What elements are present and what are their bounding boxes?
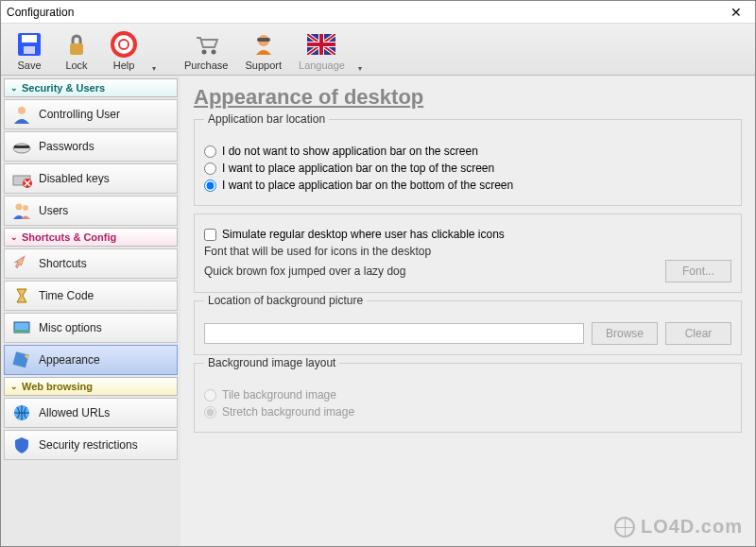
sidebar-item-label: Users [39,204,68,217]
titlebar: Configuration ✕ [1,1,755,24]
language-label: Language [299,60,345,71]
font-sample: Quick brown fox jumped over a lazy dog [204,265,405,278]
sidebar-item-security-restrictions[interactable]: Security restrictions [4,430,178,460]
background-legend: Location of background picture [204,294,367,307]
group-shortcuts-config[interactable]: ⌄Shortcuts & Config [4,228,178,247]
layout-legend: Background image layout [204,356,339,369]
window-title: Configuration [7,6,723,19]
password-icon [10,135,33,158]
help-icon [109,29,139,60]
help-dropdown-icon[interactable]: ▾ [148,51,160,73]
sidebar-item-disabled-keys[interactable]: Disabled keys [4,163,178,194]
background-path-input[interactable] [204,323,584,344]
support-button[interactable]: Support [237,27,289,73]
sidebar-item-label: Appearance [39,353,100,367]
sidebar-item-label: Disabled keys [39,172,110,185]
shield-icon [10,434,33,456]
language-dropdown-icon[interactable]: ▾ [354,51,366,73]
config-window: Configuration ✕ Save Lock Help ▾ Purchas… [0,0,756,547]
browse-button[interactable]: Browse [592,322,658,345]
svg-rect-24 [12,351,28,368]
svg-rect-14 [307,43,335,46]
sidebar-item-misc-options[interactable]: Misc options [4,313,178,343]
flag-icon [306,29,336,60]
sidebar-item-label: Shortcuts [39,257,87,270]
appbar-legend: Application bar location [204,112,329,126]
sidebar-item-label: Controlling User [39,108,120,121]
lock-label: Lock [65,60,87,71]
support-label: Support [245,60,282,71]
lock-button[interactable]: Lock [54,27,99,73]
sidebar-item-appearance[interactable]: Appearance [4,345,178,375]
body: ⌄Security & Users Controlling User Passw… [1,76,755,546]
purchase-label: Purchase [184,60,228,71]
appbar-option-bottom[interactable]: I want to place application bar on the b… [204,179,731,192]
svg-rect-3 [70,43,83,55]
sidebar-item-label: Allowed URLs [39,406,110,419]
sidebar-item-label: Passwords [39,140,94,153]
svg-point-6 [202,50,207,55]
appbar-option-top[interactable]: I want to place application bar on the t… [204,162,731,175]
svg-point-7 [212,50,216,55]
group-web-browsing[interactable]: ⌄Web browsing [4,377,178,396]
sidebar-item-passwords[interactable]: Passwords [4,131,178,162]
toolbar: Save Lock Help ▾ Purchase Support Langua… [1,24,755,76]
save-icon [14,29,44,60]
save-label: Save [17,60,41,71]
chevron-down-icon: ⌄ [10,382,18,391]
sidebar-item-allowed-urls[interactable]: Allowed URLs [4,398,178,428]
lock-icon [61,29,92,60]
watermark: LO4D.com [614,516,743,538]
font-button[interactable]: Font... [665,260,731,282]
appbar-option-none[interactable]: I do not want to show application bar on… [204,145,731,158]
chevron-down-icon: ⌄ [10,83,18,93]
svg-point-15 [18,107,26,114]
support-icon [249,29,279,60]
language-button[interactable]: Language [291,27,352,73]
sidebar-item-label: Time Code [39,289,94,302]
clear-button[interactable]: Clear [665,322,731,345]
group-security-users[interactable]: ⌄Security & Users [4,78,178,97]
purchase-button[interactable]: Purchase [177,27,235,73]
appearance-icon [10,349,33,371]
globe-icon [614,517,635,538]
desktop-fieldset: Simulate regular desktop where user has … [194,214,742,293]
svg-point-20 [16,204,23,211]
globe-icon [10,402,33,424]
help-label: Help [113,60,135,71]
cart-icon [191,29,221,60]
desktop-icon [10,316,33,339]
layout-option-tile: Tile background image [204,388,731,402]
svg-rect-1 [22,35,37,43]
chevron-down-icon: ⌄ [10,232,18,242]
appbar-fieldset: Application bar location I do not want t… [194,119,742,206]
close-icon[interactable]: ✕ [723,5,749,20]
layout-option-stretch: Stretch background image [204,405,731,419]
font-caption: Font that will be used for icons in the … [204,245,731,258]
users-icon [10,199,33,222]
layout-fieldset: Background image layout Tile background … [194,363,742,433]
sidebar: ⌄Security & Users Controlling User Passw… [1,76,180,546]
content-panel: Appearance of desktop Application bar lo… [180,76,755,546]
page-title: Appearance of desktop [194,85,742,110]
sidebar-item-label: Security restrictions [39,438,138,452]
sidebar-item-shortcuts[interactable]: Shortcuts [4,248,178,279]
background-fieldset: Location of background picture Browse Cl… [194,300,742,355]
pointer-icon [10,252,33,275]
keyboard-x-icon [10,167,33,190]
sidebar-item-users[interactable]: Users [4,196,178,226]
svg-rect-17 [14,145,29,148]
svg-point-5 [119,40,129,49]
user-icon [10,103,33,126]
simulate-desktop-checkbox[interactable]: Simulate regular desktop where user has … [204,228,731,241]
sidebar-item-label: Misc options [39,321,102,334]
svg-rect-2 [24,46,35,54]
sidebar-item-time-code[interactable]: Time Code [4,281,178,311]
help-button[interactable]: Help [101,27,146,73]
save-button[interactable]: Save [7,27,52,73]
svg-point-21 [23,205,28,211]
svg-rect-9 [257,38,270,42]
svg-rect-23 [14,330,29,333]
hourglass-icon [10,284,33,307]
sidebar-item-controlling-user[interactable]: Controlling User [4,99,178,129]
